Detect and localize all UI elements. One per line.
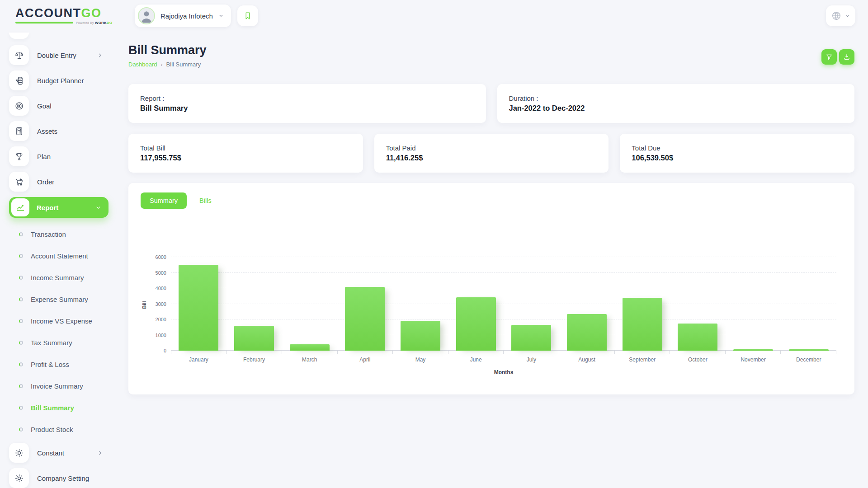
chart-bar[interactable] (234, 326, 274, 351)
bullet-icon (19, 406, 23, 410)
total-bill-card: Total Bill 117,955.75$ (128, 134, 363, 173)
sidebar-item-profit-loss[interactable]: Profit & Loss (9, 353, 116, 375)
sidebar-item-account-statement[interactable]: Account Statement (9, 245, 116, 267)
bar-cell (282, 257, 337, 351)
sidebar-item-transaction[interactable]: Transaction (9, 223, 116, 245)
report-label: Report : (140, 94, 474, 102)
sidebar-item-invoice-summary[interactable]: Invoice Summary (9, 375, 116, 397)
bullet-icon (19, 232, 23, 236)
chart-bar[interactable] (290, 344, 330, 351)
month-label: January (171, 357, 226, 363)
download-button[interactable] (839, 49, 854, 65)
sidebar-item-plan[interactable]: Plan (9, 146, 116, 166)
x-tick (227, 351, 283, 354)
month-label: November (726, 357, 781, 363)
bar-cell (559, 257, 615, 351)
filter-button[interactable] (821, 49, 837, 65)
sidebar-item-product-stock[interactable]: Product Stock (9, 418, 116, 440)
calculator-icon (9, 121, 29, 141)
logo-underline (15, 22, 73, 23)
sidebar-item-income-summary[interactable]: Income Summary (9, 267, 116, 288)
month-label: July (504, 357, 559, 363)
y-axis-tick-label: 4000 (156, 286, 166, 291)
summary-chart-card: Summary Bills Bill 010002000300040005000… (128, 183, 854, 394)
breadcrumb-dashboard-link[interactable]: Dashboard (128, 61, 157, 68)
sidebar-item-bill-summary[interactable]: Bill Summary (9, 397, 116, 418)
bar-cell (337, 257, 393, 351)
chart-bar[interactable] (511, 325, 551, 351)
bar-cell (393, 257, 448, 351)
duration-info-card: Duration : Jan-2022 to Dec-2022 (497, 84, 855, 123)
sidebar-item-income-vs-expense[interactable]: Income VS Expense (9, 310, 116, 332)
company-name: Rajodiya Infotech (160, 12, 213, 20)
month-label: August (559, 357, 615, 363)
language-selector[interactable] (826, 5, 855, 26)
bookmark-button[interactable] (237, 5, 258, 26)
sidebar-item-report[interactable]: Report (9, 197, 108, 218)
sidebar-item-budget-planner[interactable]: Budget Planner (9, 70, 116, 90)
logo-text: ACCOUNTGO (15, 7, 118, 19)
sidebar-item-order[interactable]: Order (9, 172, 116, 192)
sidebar-item-label: Report (37, 204, 58, 211)
month-label: March (282, 357, 337, 363)
month-label: June (448, 357, 504, 363)
bar-cell (614, 257, 670, 351)
chart-bar[interactable] (623, 298, 662, 351)
month-label: April (337, 357, 393, 363)
app-logo[interactable]: ACCOUNTGO Powered By WORKDO (15, 7, 118, 25)
chart-bar[interactable] (401, 321, 440, 351)
x-tick (726, 351, 781, 354)
x-tick (338, 351, 393, 354)
bullet-icon (19, 362, 23, 366)
y-axis-title: Bill (141, 257, 149, 351)
x-tick (282, 351, 338, 354)
month-label: May (393, 357, 448, 363)
bar-cell (504, 257, 559, 351)
filter-icon (826, 53, 833, 61)
coins-icon (9, 70, 29, 90)
sidebar-item-double-entry[interactable]: Double Entry (9, 45, 116, 65)
y-axis-tick-label: 1000 (156, 333, 166, 338)
download-icon (843, 53, 850, 61)
x-tick (504, 351, 559, 354)
report-submenu: Transaction Account Statement Income Sum… (9, 223, 116, 440)
chart-bar[interactable] (789, 349, 829, 351)
chart-bar[interactable] (456, 297, 496, 351)
tab-summary[interactable]: Summary (141, 192, 187, 209)
breadcrumb-separator-icon: › (161, 61, 163, 68)
y-axis-tick-label: 2000 (156, 317, 166, 322)
chart-bar[interactable] (179, 265, 218, 351)
chart-bar[interactable] (567, 314, 607, 351)
sidebar-item-label: Plan (37, 153, 51, 160)
x-axis-ticks (171, 351, 836, 354)
chart-bar[interactable] (345, 287, 385, 351)
sidebar-item-constant[interactable]: Constant (9, 443, 116, 463)
month-label: October (670, 357, 726, 363)
x-tick (670, 351, 726, 354)
gear-icon (9, 468, 29, 488)
y-axis-tick-label: 5000 (156, 270, 166, 276)
sidebar-item-label: Company Setting (37, 474, 89, 482)
duration-value: Jan-2022 to Dec-2022 (509, 104, 843, 113)
sidebar-scroll-fragment (9, 33, 29, 39)
stat-label: Total Bill (140, 144, 351, 152)
tab-bills[interactable]: Bills (199, 197, 212, 204)
bullet-icon (19, 341, 23, 345)
x-tick (171, 351, 227, 354)
y-axis-tick-label: 6000 (156, 254, 166, 260)
company-selector[interactable]: Rajodiya Infotech (135, 5, 231, 27)
chart-bar[interactable] (733, 349, 773, 351)
stat-value: 11,416.25$ (386, 154, 597, 162)
target-icon (9, 96, 29, 116)
chevron-right-icon (97, 52, 103, 58)
breadcrumb-current: Bill Summary (166, 61, 201, 68)
sidebar-item-tax-summary[interactable]: Tax Summary (9, 332, 116, 353)
stat-value: 106,539.50$ (632, 154, 843, 162)
sidebar-item-expense-summary[interactable]: Expense Summary (9, 288, 116, 310)
sidebar-item-company-setting[interactable]: Company Setting (9, 468, 116, 488)
stat-label: Total Paid (386, 144, 597, 152)
chart-bar[interactable] (678, 324, 717, 351)
sidebar-item-assets[interactable]: Assets (9, 121, 116, 141)
sidebar-item-goal[interactable]: Goal (9, 96, 116, 116)
bar-cell (781, 257, 836, 351)
